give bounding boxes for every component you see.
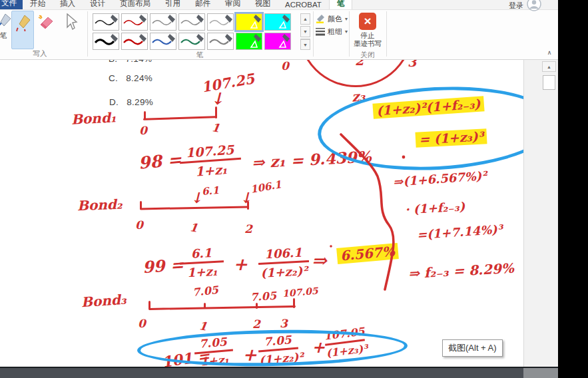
ink-text-subst-line1: ⇒(1+6.567%)² — [393, 170, 487, 188]
eraser-tool-button[interactable] — [34, 11, 57, 49]
pen-style-gallery — [93, 13, 292, 51]
tab-pen-active[interactable]: 笔 — [329, 0, 353, 9]
application-window: 文件 开始 插入 设计 页面布局 引用 邮件 审阅 视图 ACROBAT 笔 登… — [0, 0, 588, 378]
tab-mailings[interactable]: 邮件 — [188, 0, 218, 9]
pen-swatch-2[interactable] — [150, 13, 176, 31]
tab-review[interactable]: 审阅 — [218, 0, 248, 9]
tab-acrobat[interactable]: ACROBAT — [278, 0, 329, 9]
pen-swatch-11[interactable] — [207, 33, 234, 50]
fraction-denominator: 1+z₁ — [180, 161, 242, 180]
pen-swatch-0[interactable] — [93, 13, 119, 31]
pen-swatch-10[interactable] — [178, 33, 205, 50]
pen-swatch-4[interactable] — [207, 13, 234, 31]
scrollbar-gutter — [524, 60, 558, 378]
ink-fraction-frac-99b: 106.1(1+z₂)² — [258, 245, 310, 280]
tab-file[interactable]: 文件 — [0, 0, 23, 9]
choice-d: D. 8.29% — [109, 97, 153, 107]
sign-in-link[interactable]: 登录 — [509, 1, 523, 11]
close-group-label: 关闭 — [348, 51, 388, 60]
ink-text-cf-bond2-c1: 6.1 — [201, 186, 219, 197]
ink-line-tl3-tick1 — [204, 303, 206, 309]
tab-design[interactable]: 设计 — [83, 0, 113, 9]
pen-swatch-3[interactable] — [178, 13, 205, 31]
tab-layout[interactable]: 页面布局 — [113, 0, 158, 9]
ink-fraction-frac-99a: 6.11+z₁ — [179, 245, 224, 280]
chevron-down-icon: ▾ — [345, 29, 348, 35]
ink-text-eq98-lhs: 98 = — [138, 151, 182, 172]
gallery-more-button[interactable]: ▼ — [300, 39, 310, 50]
ink-dot — [330, 245, 332, 248]
gallery-scroll-buttons: ▲ ▼ ▼ — [300, 13, 310, 51]
highlighter-swatch-6[interactable] — [264, 13, 291, 31]
fraction-denominator: 1+z₁ — [180, 264, 224, 280]
ink-color-label: 颜色 — [328, 14, 342, 24]
color-pen-icon — [316, 14, 325, 23]
highlighter-swatch-12[interactable] — [236, 33, 262, 50]
stop-inking-button[interactable]: × 停止 墨迹书写 — [352, 11, 384, 51]
ink-text-arrow-bond2-c1: ↓ — [190, 190, 202, 205]
ink-text-arrow-bond2-c2: ↓ — [240, 190, 252, 205]
stop-inking-label-2: 墨迹书写 — [352, 39, 384, 47]
highlighter-icon — [14, 14, 31, 31]
ribbon-tab-bar: 文件 开始 插入 设计 页面布局 引用 邮件 审阅 视图 ACROBAT 笔 — [0, 0, 558, 10]
tab-home[interactable]: 开始 — [23, 0, 53, 9]
screenshot-tooltip[interactable]: 截图(Alt + A) — [442, 339, 503, 357]
ink-line-tl3-tick0 — [148, 301, 150, 309]
account-avatar-icon[interactable] — [526, 0, 542, 12]
highlighter-swatch-13[interactable] — [264, 33, 291, 50]
scrollbar-thumb[interactable] — [543, 75, 555, 90]
ink-text-circle-3: 3 — [408, 60, 416, 69]
pen-swatch-8[interactable] — [121, 33, 148, 50]
tab-references[interactable]: 引用 — [158, 0, 188, 9]
fraction-denominator: (1+z₂)² — [258, 264, 310, 280]
ribbon: 文件 开始 插入 设计 页面布局 引用 邮件 审阅 视图 ACROBAT 笔 登… — [0, 0, 558, 60]
ink-text-bond2-label: Bond₂ — [77, 198, 123, 212]
ink-line-tl2-tick0 — [140, 201, 142, 210]
fraction-numerator: 106.1 — [258, 245, 309, 262]
ink-text-eq99-lhs: 99 = — [142, 257, 184, 276]
pen-swatch-1[interactable] — [121, 13, 148, 31]
pen-swatch-9[interactable] — [150, 33, 176, 50]
pen-group-label: 笔 — [180, 51, 220, 60]
ink-text-eq99-plus: + — [233, 256, 248, 273]
ink-text-eq99-result: 6.567% — [336, 243, 398, 264]
gallery-scroll-down-button[interactable]: ▼ — [300, 26, 310, 37]
ink-line-tl1-line — [143, 116, 216, 120]
tab-insert[interactable]: 插入 — [53, 0, 83, 9]
tab-view[interactable]: 视图 — [248, 0, 278, 9]
ink-text-final-answer: ⇒ f₂₋₃ = 8.29% — [408, 262, 515, 280]
scrollbar-up-button[interactable]: ▲ — [542, 61, 556, 72]
choice-c: C. 8.24% — [109, 73, 152, 83]
stop-inking-label-1: 停止 — [352, 31, 384, 39]
ink-text-bond1-label: Bond₁ — [71, 110, 117, 126]
cursor-arrow-icon — [63, 13, 78, 31]
ink-text-eq99-implies: ⇒ — [312, 252, 327, 270]
pen-swatch-7[interactable] — [93, 33, 119, 50]
ink-text-circle-0: 0 — [281, 61, 289, 72]
ink-ellipse-blue-ellipse-bottom — [137, 327, 408, 368]
eraser-icon — [37, 13, 54, 31]
ink-text-tl3-3: 3 — [280, 318, 288, 329]
fraction-numerator: 6.1 — [179, 245, 224, 261]
ink-text-cf-bond1: 107.25 — [200, 71, 256, 94]
document-canvas[interactable]: B. 7.14% C. 8.24% D. 8.29% 107.25↓Bond₁0… — [0, 60, 558, 378]
write-group-label: 写入 — [20, 49, 60, 59]
collapse-ribbon-icon[interactable]: ∧ — [544, 49, 555, 56]
ink-text-tl2-0: 0 — [135, 220, 143, 231]
ink-text-tl2-2: 2 — [244, 224, 252, 235]
select-objects-button[interactable] — [57, 11, 85, 49]
ink-line-tl2-tick2 — [247, 201, 249, 210]
gallery-scroll-up-button[interactable]: ▲ — [300, 13, 310, 25]
ink-line-tl3-line — [148, 305, 296, 310]
ink-line-tl1-tick0 — [144, 111, 146, 120]
highlighter-tool-button[interactable] — [11, 11, 34, 49]
ink-text-cf-bond3-c3: 107.05 — [282, 286, 318, 299]
ink-ellipse-red-circle-partial — [298, 60, 413, 87]
right-black-strip — [558, 0, 588, 378]
ink-line-tl3-tick3 — [293, 298, 295, 308]
ink-text-subst-line3: =(1+7.14%)³ — [417, 224, 503, 242]
ink-text-cf-bond3-c2: 7.05 — [250, 291, 276, 303]
highlighter-swatch-5[interactable] — [236, 13, 262, 31]
thickness-lines-icon — [316, 27, 325, 36]
ink-fraction-frac-98: 107.251+z₁ — [178, 142, 242, 180]
